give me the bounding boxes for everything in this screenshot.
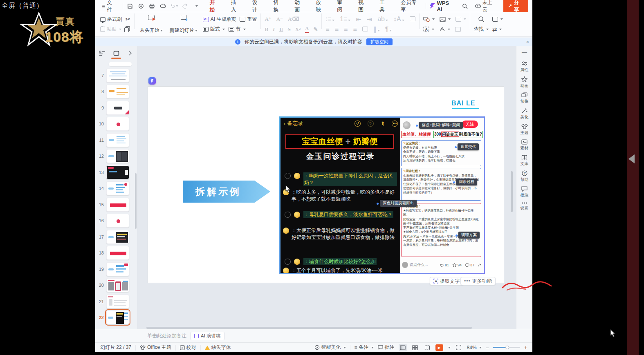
fit-slide-button[interactable] (455, 344, 463, 351)
notes-back-label[interactable]: 备忘录 (287, 120, 303, 127)
insert-shape-button[interactable] (423, 16, 435, 22)
search-button[interactable] (461, 2, 469, 10)
rail-item-settings[interactable]: 设置 (521, 202, 529, 211)
wps-ai-button[interactable]: WPS AI (429, 0, 456, 12)
screenshot-composite[interactable]: ‹ 备忘录 ↺ ↻ ⬆̣ ••• 宝宝血丝便 + (279, 116, 485, 274)
insert-chart-button[interactable] (456, 17, 466, 22)
outline-view-button[interactable] (99, 50, 106, 56)
slide-thumb-8[interactable]: 8 (95, 84, 137, 100)
undo-button[interactable] (170, 2, 178, 10)
insert-textbox-button[interactable]: A (423, 27, 434, 32)
cut-button[interactable]: ✂ (126, 16, 130, 22)
layout-button[interactable]: 版式 (203, 26, 225, 33)
print-button[interactable] (148, 2, 156, 10)
text-direction-button[interactable] (410, 16, 415, 23)
distribute-button[interactable] (362, 26, 368, 33)
like-button[interactable]: 81 (440, 263, 449, 267)
panel-scrollbar[interactable] (135, 173, 137, 229)
follow-button[interactable]: 关注 (462, 121, 478, 128)
bold-button[interactable]: B (265, 26, 268, 33)
proofing-button[interactable]: 校对 (180, 344, 196, 351)
rail-item-animation[interactable]: 动画 (521, 76, 529, 89)
slide-22[interactable]: BAI LE 拆解示例 ‹ 备忘录 ↺ ↻ ⬆̣ ••• (148, 87, 504, 283)
slide-thumb-10[interactable]: 10 (95, 116, 137, 132)
wps-ai-floating-button[interactable] (148, 77, 156, 85)
cloud-preview-button[interactable] (159, 2, 167, 10)
rail-item-properties[interactable]: 属性 (521, 61, 529, 73)
comment-placeholder[interactable]: 说点什么… (410, 262, 428, 268)
slide-thumb-13[interactable]: 13 (95, 164, 137, 181)
more-features-button[interactable]: ••• 更多功能 (460, 277, 496, 285)
columns-button[interactable]: ∥ (373, 25, 380, 33)
increase-indent-button[interactable]: ⇥ (367, 16, 372, 23)
magnifier-button[interactable] (477, 16, 485, 23)
decrease-indent-button[interactable]: ⇤ (356, 16, 361, 23)
wordart-button[interactable] (439, 27, 450, 32)
insert-table-button[interactable] (455, 27, 461, 32)
undo-icon[interactable]: ↺ (355, 121, 361, 127)
line-spacing-button[interactable]: ↕A (393, 16, 404, 23)
strikethrough-button[interactable]: S (288, 26, 291, 33)
collect-button[interactable]: 94 (452, 263, 462, 267)
comments-toggle-button[interactable]: 批注 (378, 344, 395, 351)
notes-placeholder[interactable]: 单击此处添加备注 (147, 333, 186, 339)
cloud-sync-status[interactable]: 未上云 (475, 0, 497, 13)
align-right-button[interactable]: ≡ (344, 26, 348, 33)
smart-beautify-button[interactable]: 智能美化 (314, 344, 346, 351)
rail-item-transition[interactable]: 切换 (521, 92, 529, 104)
font-increase-button[interactable]: A⁺ (265, 16, 271, 22)
notes-toggle-button[interactable]: ≡ 备注 (355, 344, 374, 351)
paragraph-settings-button[interactable]: ¶ (385, 26, 392, 33)
redo-icon[interactable]: ↻ (368, 121, 374, 127)
slide-thumb-15[interactable]: 15 (95, 196, 137, 213)
find-button[interactable]: 查找 (474, 26, 489, 33)
slide-thumb-17[interactable]: 17 (95, 229, 137, 245)
reading-view-button[interactable] (423, 344, 431, 351)
rail-item-library[interactable]: 文库 (521, 155, 529, 167)
collapse-left-arrow-icon[interactable] (628, 154, 635, 163)
char-spacing-button[interactable]: ab (377, 16, 388, 23)
insert-image-button[interactable] (440, 17, 451, 22)
format-painter-button[interactable]: 格式刷 (100, 16, 122, 23)
vertical-scrollbar[interactable] (511, 171, 513, 212)
highlight-color-button[interactable]: ✎ (313, 26, 318, 33)
save-button[interactable] (126, 2, 134, 10)
slide-thumb-22-selected[interactable]: 22 (95, 310, 137, 326)
share-post-button[interactable] (478, 263, 482, 267)
numbered-list-button[interactable]: 1≡ (340, 16, 350, 23)
slide-thumb-21[interactable]: 21 (95, 293, 137, 310)
rail-item-comments[interactable]: 批注 (521, 186, 529, 198)
rail-item-theme[interactable]: 主题 (521, 124, 529, 136)
close-notice-icon[interactable]: × (526, 39, 529, 45)
font-decrease-button[interactable]: A⁻ (276, 16, 283, 22)
justify-button[interactable]: ≡ (353, 26, 357, 33)
missing-font-warning[interactable]: 缺失字体 (205, 344, 231, 351)
collapse-rail-icon[interactable]: — (522, 49, 527, 57)
collapse-panel-arrow-icon[interactable] (126, 50, 134, 56)
replace-button[interactable]: ⇄ (492, 27, 502, 32)
slide-thumb-9[interactable]: 9 (95, 100, 137, 116)
expand-storage-button[interactable]: 扩容空间 (366, 38, 393, 45)
clear-format-button[interactable]: A⌫ (288, 16, 299, 22)
notes-pane-button[interactable] (492, 17, 503, 22)
thumbnail-view-button[interactable] (112, 50, 120, 56)
copy-button[interactable] (125, 27, 129, 32)
underline-button[interactable]: U (279, 26, 283, 33)
play-from-start-button[interactable]: 从头开始 (138, 13, 164, 35)
slide-thumb-16[interactable]: 16 (95, 213, 137, 229)
ai-generate-page-button[interactable]: P+AI 生成单页 (203, 16, 236, 23)
slide-sorter-view-button[interactable] (411, 344, 419, 351)
align-left-button[interactable]: ≡ (325, 26, 329, 33)
section-button[interactable]: 节 (229, 26, 246, 33)
play-options-chevron[interactable] (448, 347, 451, 348)
zoom-slider-knob[interactable] (505, 346, 509, 349)
extract-text-button[interactable]: A 提取文字 (430, 277, 463, 285)
normal-view-button[interactable] (399, 344, 407, 351)
share-sheet-icon[interactable]: ⬆̣ (381, 121, 385, 126)
paste-button[interactable]: 粘贴 (100, 26, 121, 33)
rail-item-help[interactable]: ?帮助 (521, 170, 529, 183)
align-center-button[interactable]: ≡ (335, 26, 339, 33)
rail-item-assets[interactable]: 素材 (521, 139, 529, 151)
slide-thumb-7[interactable]: 7 (95, 67, 137, 84)
redo-button[interactable] (181, 2, 189, 10)
